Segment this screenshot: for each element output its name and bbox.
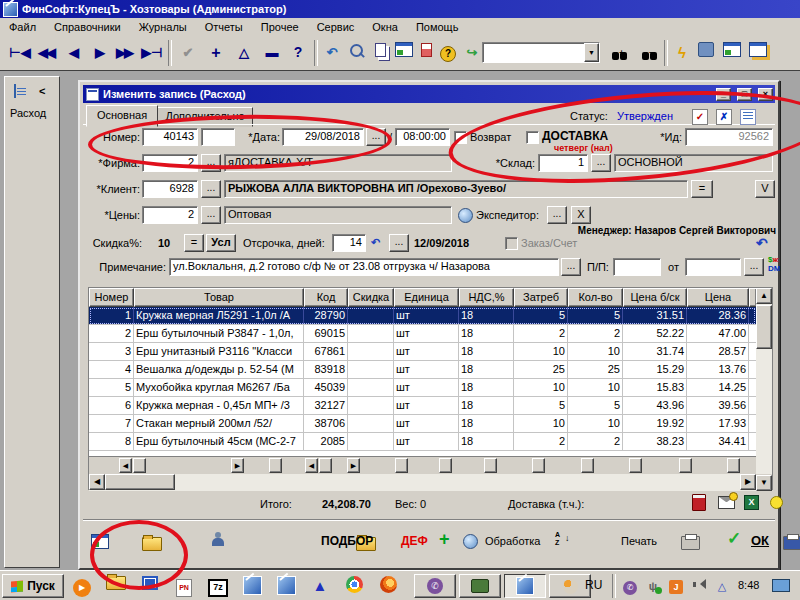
pp-input[interactable] (613, 258, 661, 276)
column-scroll-arrow[interactable]: ◀ (119, 458, 132, 473)
7zip-icon[interactable]: 7z (208, 576, 228, 596)
find-minus-button[interactable]: − (636, 41, 660, 65)
column-scroll-thumb[interactable] (439, 458, 452, 473)
firma-code-input[interactable]: 2 (142, 154, 198, 172)
scroll-up-button[interactable]: ▲ (756, 288, 772, 304)
h-scrollbar[interactable]: ◀ ▶ (89, 474, 756, 491)
table-row[interactable]: 5Мухобойка круглая М6267 /Ба45039шт18101… (89, 379, 756, 397)
otsrochka-lookup-button[interactable]: ... (389, 234, 409, 252)
show-desktop-icon[interactable] (772, 579, 790, 592)
menu-item-6[interactable]: Окна (363, 18, 407, 36)
column-header-3[interactable]: Скидка (348, 288, 394, 307)
klient-code-input[interactable]: 6928 (142, 180, 198, 198)
refresh-button[interactable]: ↶ (320, 41, 344, 65)
def-button[interactable]: ДЕФ (401, 534, 428, 548)
confirm-button[interactable]: ✔ (176, 41, 200, 65)
help-record-button[interactable]: ? (286, 41, 310, 65)
table-row[interactable]: 6Кружка мерная - 0,45л МП+ /332127шт1855… (89, 397, 756, 415)
edit-record-button[interactable]: △ (232, 41, 256, 65)
start-button[interactable]: Пуск (2, 574, 64, 598)
firma-lookup-button[interactable]: ... (201, 154, 221, 172)
ok-button[interactable]: ОК (751, 533, 769, 548)
skidka-equal-button[interactable]: = (184, 234, 204, 252)
forward-button[interactable]: ↪ (460, 41, 484, 65)
prim-input[interactable]: ул.Воклальня, д.2 готово с/ф № от 23.08 … (169, 258, 559, 276)
recalc-icon[interactable]: ↶ (371, 233, 380, 251)
find-plus-button[interactable]: + (606, 41, 630, 65)
pp-lookup-button[interactable]: ... (744, 258, 764, 276)
print-settings-button[interactable] (783, 536, 800, 550)
obrabotka-button[interactable]: Обработка (485, 535, 540, 547)
date-picker-button[interactable]: ... (366, 128, 386, 146)
sklad-code-input[interactable]: 1 (538, 154, 588, 172)
column-scroll-arrow[interactable]: ▶ (347, 458, 360, 473)
nav-prev-button[interactable]: ◀ (62, 41, 86, 65)
dostavka-checkbox[interactable] (526, 131, 539, 144)
nomer-input[interactable]: 40143 (142, 128, 198, 146)
menu-item-1[interactable]: Справочники (45, 18, 130, 36)
time-input[interactable]: 08:00:00 (395, 128, 450, 146)
podbor-button[interactable]: ПОДБОР (321, 534, 373, 548)
maximize-button[interactable]: □ (737, 88, 752, 101)
refresh-right-icon[interactable]: ↶ (756, 234, 768, 252)
menu-item-3[interactable]: Отчеты (196, 18, 252, 36)
sidebar-collapse-button[interactable]: < (39, 85, 45, 97)
date-input[interactable]: 29/08/2018 (282, 128, 364, 146)
nav-next-button[interactable]: ▶ (88, 41, 112, 65)
column-scroll-arrow[interactable]: ▶ (231, 458, 244, 473)
obrabotka-icon[interactable] (463, 534, 478, 549)
tray-java-icon[interactable]: J (668, 578, 684, 594)
clock[interactable]: 8:48 (738, 579, 759, 591)
otsrochka-input[interactable]: 14 (332, 234, 366, 252)
menu-item-2[interactable]: Журналы (130, 18, 196, 36)
column-header-5[interactable]: НДС,% (459, 288, 514, 307)
column-header-0[interactable]: Номер (89, 288, 134, 307)
klient-equal-button[interactable]: = (691, 180, 713, 198)
copy-button[interactable] (368, 41, 392, 65)
chrome-icon[interactable] (344, 576, 364, 596)
column-scroll-thumb[interactable] (581, 458, 594, 473)
currency-icon[interactable]: $жDM (768, 255, 780, 273)
add-record-button[interactable]: + (204, 41, 228, 65)
dialog-titlebar[interactable]: Изменить запись (Расход) _ □ × (83, 85, 775, 103)
tray-usb-icon[interactable]: ψ (645, 578, 661, 594)
vozvrat-checkbox[interactable] (454, 131, 467, 144)
scroll-down-button[interactable]: ▼ (756, 475, 772, 491)
column-header-8[interactable]: Цена б/ск (623, 288, 687, 307)
print-icon[interactable] (681, 536, 700, 550)
tab-main[interactable]: Основная (86, 105, 158, 127)
prim-lookup-button[interactable]: ... (561, 258, 581, 276)
excel-icon[interactable]: X (744, 495, 759, 510)
delete-record-button[interactable]: ▬ (260, 41, 284, 65)
tray-triangle-icon[interactable]: △ (714, 578, 730, 594)
column-header-1[interactable]: Товар (134, 288, 304, 307)
column-header-9[interactable]: Цена (687, 288, 749, 307)
nav-next-page-button[interactable]: ▶▶ (112, 41, 136, 65)
table-row[interactable]: 2Ерш бутылочный Р3847 - 1,0л,69015шт1822… (89, 325, 756, 343)
column-header-6[interactable]: Затреб (514, 288, 568, 307)
language-indicator[interactable]: RU (585, 578, 602, 592)
column-scroll-thumb[interactable] (727, 458, 740, 473)
column-scroll-thumb[interactable] (269, 458, 282, 473)
table-row[interactable]: 1Кружка мерная Л5291 -1,0л /А28790шт1855… (89, 307, 756, 325)
nav-prev-page-button[interactable]: ◀◀ (34, 41, 58, 65)
combo-dropdown-button[interactable]: ▼ (584, 43, 599, 62)
nomer-extra-input[interactable] (201, 128, 235, 146)
scroll-right-button[interactable]: ▶ (740, 474, 756, 490)
delphi-icon[interactable]: ▲ (310, 576, 330, 596)
column-scroll-thumb[interactable] (629, 458, 642, 473)
tray-viber-icon[interactable]: ✆ (622, 578, 638, 594)
tray-volume-icon[interactable] (691, 578, 707, 594)
table-row[interactable]: 7Стакан мерный 200мл /52/38706шт18101019… (89, 415, 756, 433)
menu-item-4[interactable]: Прочее (252, 18, 308, 36)
scroll-left-button[interactable]: ◀ (89, 474, 105, 490)
report-button[interactable] (414, 41, 438, 65)
column-header-4[interactable]: Единица (394, 288, 459, 307)
add-item-button[interactable]: + (439, 529, 450, 550)
table-row[interactable]: 4Вешалка д/одежды р. 52-54 (М83918шт1825… (89, 361, 756, 379)
help-button[interactable]: ? (436, 41, 460, 65)
object-search-button[interactable] (694, 41, 718, 65)
folder-shortcut-icon[interactable] (106, 576, 126, 596)
klient-lookup-button[interactable]: ... (201, 180, 221, 198)
pechat-button[interactable]: Печать (621, 535, 657, 547)
